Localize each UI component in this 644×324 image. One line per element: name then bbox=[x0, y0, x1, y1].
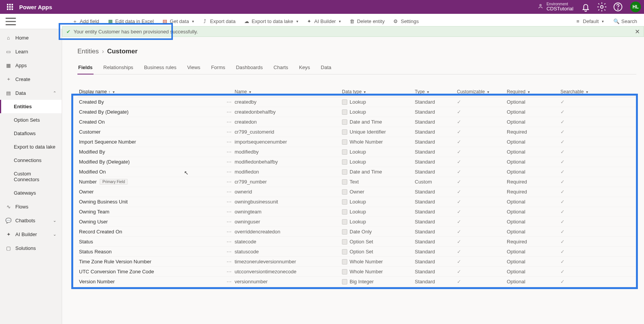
tab-relationships[interactable]: Relationships bbox=[103, 61, 134, 74]
table-row[interactable]: Owning Business Unit⋯owningbusinessunitL… bbox=[77, 197, 636, 207]
get-data-button[interactable]: ▤Get data▾ bbox=[158, 16, 198, 26]
row-more-button[interactable]: ⋯ bbox=[223, 279, 235, 284]
search-input[interactable]: 🔍Search bbox=[610, 16, 641, 26]
nav-dataflows[interactable]: Dataflows bbox=[0, 127, 62, 140]
nav-option-sets[interactable]: Option Sets bbox=[0, 113, 62, 127]
nav-flows[interactable]: ∿Flows bbox=[0, 200, 62, 213]
row-more-button[interactable]: ⋯ bbox=[223, 239, 235, 245]
help-icon[interactable] bbox=[613, 2, 623, 12]
col-type[interactable]: Type▾ bbox=[415, 89, 457, 94]
row-more-button[interactable]: ⋯ bbox=[223, 249, 235, 255]
nav-data[interactable]: ▤Data⌃ bbox=[0, 86, 62, 100]
check-icon: ✓ bbox=[457, 119, 461, 125]
table-row[interactable]: Modified On⋯modifiedonDate and TimeStand… bbox=[77, 167, 636, 177]
row-more-button[interactable]: ⋯ bbox=[223, 119, 235, 125]
table-row[interactable]: Owning Team⋯owningteamLookupStandard✓Opt… bbox=[77, 207, 636, 217]
row-more-button[interactable]: ⋯ bbox=[223, 209, 235, 215]
tab-fields[interactable]: Fields bbox=[77, 61, 94, 74]
edit-excel-button[interactable]: ▦Edit data in Excel bbox=[104, 16, 158, 26]
nav-export-lake[interactable]: Export to data lake bbox=[0, 140, 62, 154]
tab-keys[interactable]: Keys bbox=[298, 61, 311, 74]
tab-data[interactable]: Data bbox=[320, 61, 332, 74]
gear-icon[interactable] bbox=[596, 2, 607, 12]
table-row[interactable]: Owner⋯owneridOwnerStandard✓Required✓ bbox=[77, 187, 636, 197]
cell-display-name: Modified On bbox=[77, 169, 223, 175]
row-more-button[interactable]: ⋯ bbox=[223, 139, 235, 145]
getdata-icon: ▤ bbox=[162, 19, 168, 24]
ai-builder-button[interactable]: ✦AI Builder▾ bbox=[303, 16, 345, 26]
table-row[interactable]: Time Zone Rule Version Number⋯timezoneru… bbox=[77, 257, 636, 267]
cell-required: Optional bbox=[507, 109, 560, 115]
row-more-button[interactable]: ⋯ bbox=[223, 199, 235, 205]
avatar[interactable]: HL bbox=[630, 2, 641, 12]
col-display-name[interactable]: Display name↑▾ bbox=[77, 89, 223, 94]
row-more-button[interactable]: ⋯ bbox=[223, 99, 235, 105]
table-row[interactable]: Created By (Delegate)⋯createdonbehalfbyL… bbox=[77, 107, 636, 117]
tab-charts[interactable]: Charts bbox=[273, 61, 289, 74]
nav-create[interactable]: ＋Create bbox=[0, 72, 62, 86]
row-more-button[interactable]: ⋯ bbox=[223, 149, 235, 155]
tab-forms[interactable]: Forms bbox=[210, 61, 226, 74]
delete-entity-button[interactable]: 🗑Delete entity bbox=[345, 16, 388, 26]
row-more-button[interactable]: ⋯ bbox=[223, 229, 235, 235]
table-row[interactable]: Customer⋯cr799_customeridUnique Identifi… bbox=[77, 127, 636, 137]
col-required[interactable]: Required▾ bbox=[507, 89, 560, 94]
cell-searchable: ✓ bbox=[560, 109, 591, 115]
nav-solutions[interactable]: ▢Solutions bbox=[0, 241, 62, 255]
row-more-button[interactable]: ⋯ bbox=[223, 179, 235, 185]
nav-gateways[interactable]: Gateways bbox=[0, 186, 62, 200]
close-icon[interactable]: ✕ bbox=[635, 28, 640, 35]
table-row[interactable]: Created By⋯createdbyLookupStandard✓Optio… bbox=[77, 97, 636, 107]
tab-business-rules[interactable]: Business rules bbox=[143, 61, 177, 74]
row-more-button[interactable]: ⋯ bbox=[223, 219, 235, 225]
settings-button[interactable]: ⚙Settings bbox=[389, 16, 422, 26]
bell-icon[interactable] bbox=[580, 2, 591, 12]
row-more-button[interactable]: ⋯ bbox=[223, 269, 235, 274]
col-searchable[interactable]: Searchable▾ bbox=[560, 89, 591, 94]
breadcrumb-root[interactable]: Entities bbox=[77, 48, 99, 55]
nav-home[interactable]: ⌂Home bbox=[0, 31, 62, 45]
cell-type: Standard bbox=[415, 279, 457, 284]
row-more-button[interactable]: ⋯ bbox=[223, 189, 235, 195]
row-more-button[interactable]: ⋯ bbox=[223, 159, 235, 165]
table-row[interactable]: Import Sequence Number⋯importsequencenum… bbox=[77, 137, 636, 147]
col-customizable[interactable]: Customizable▾ bbox=[457, 89, 507, 94]
environment-picker[interactable]: Environment CDSTutorial bbox=[537, 2, 573, 12]
col-label: Display name bbox=[79, 89, 107, 94]
add-field-button[interactable]: ＋Add field bbox=[68, 16, 103, 26]
cell-display-name: Created By bbox=[77, 99, 223, 105]
chevron-down-icon: ▾ bbox=[249, 90, 251, 94]
view-select[interactable]: ≡Default▾ bbox=[572, 16, 608, 26]
export-data-button[interactable]: ⤴Export data bbox=[199, 16, 240, 26]
row-more-button[interactable]: ⋯ bbox=[223, 169, 235, 175]
table-row[interactable]: Status⋯statecodeOption SetStandard✓Requi… bbox=[77, 237, 636, 247]
nav-connections[interactable]: Connections bbox=[0, 154, 62, 167]
table-row[interactable]: Created On⋯createdonDate and TimeStandar… bbox=[77, 117, 636, 127]
table-row[interactable]: Owning User⋯owninguserLookupStandard✓Opt… bbox=[77, 217, 636, 227]
row-more-button[interactable]: ⋯ bbox=[223, 109, 235, 115]
nav-chatbots[interactable]: 💬Chatbots⌄ bbox=[0, 213, 62, 227]
table-row[interactable]: UTC Conversion Time Zone Code⋯utcconvers… bbox=[77, 267, 636, 277]
nav-learn[interactable]: ▭Learn bbox=[0, 45, 62, 58]
export-lake-button[interactable]: ☁Export to data lake▾ bbox=[240, 16, 302, 26]
table-row[interactable]: NumberPrimary Field⋯cr799_numberTextCust… bbox=[77, 177, 636, 187]
tab-dashboards[interactable]: Dashboards bbox=[235, 61, 263, 74]
table-row[interactable]: Modified By (Delegate)⋯modifiedonbehalfb… bbox=[77, 157, 636, 167]
hamburger-icon[interactable] bbox=[3, 14, 18, 29]
row-more-button[interactable]: ⋯ bbox=[223, 259, 235, 264]
cell-type: Standard bbox=[415, 189, 457, 195]
col-label: Type bbox=[415, 89, 425, 94]
table-row[interactable]: Status Reason⋯statuscodeOption SetStanda… bbox=[77, 247, 636, 257]
col-name[interactable]: Name▾ bbox=[235, 89, 342, 94]
tab-views[interactable]: Views bbox=[186, 61, 201, 74]
nav-apps[interactable]: ▦Apps bbox=[0, 58, 62, 72]
row-more-button[interactable]: ⋯ bbox=[223, 129, 235, 135]
col-datatype[interactable]: Data type▾ bbox=[342, 89, 415, 94]
nav-entities[interactable]: Entities bbox=[0, 100, 62, 113]
table-row[interactable]: Modified By⋯modifiedbyLookupStandard✓Opt… bbox=[77, 147, 636, 157]
waffle-icon[interactable] bbox=[3, 4, 17, 10]
table-row[interactable]: Record Created On⋯overriddencreatedonDat… bbox=[77, 227, 636, 237]
nav-custom-connectors[interactable]: Custom Connectors bbox=[0, 167, 62, 186]
nav-ai-builder[interactable]: ✦AI Builder⌄ bbox=[0, 227, 62, 241]
table-row[interactable]: Version Number⋯versionnumberBig IntegerS… bbox=[77, 277, 636, 287]
